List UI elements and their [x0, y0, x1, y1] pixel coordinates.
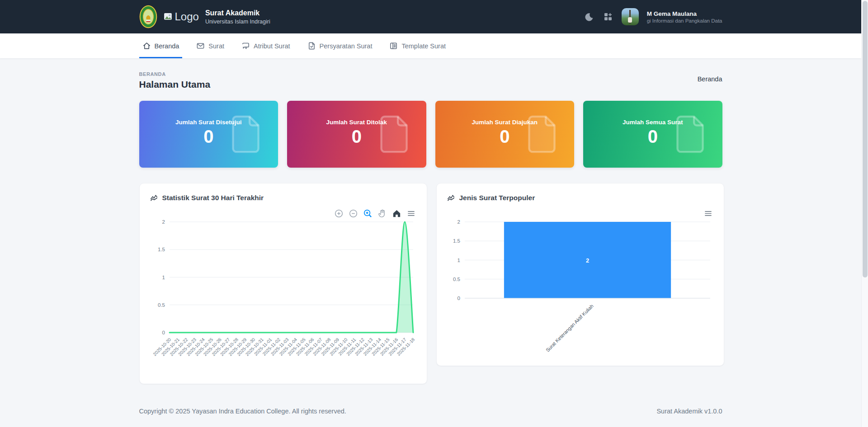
stat-card-diajukan[interactable]: Jumlah Surat Diajukan 0: [435, 101, 575, 168]
tab-beranda[interactable]: Beranda: [139, 33, 183, 58]
apex-toolbar: [703, 209, 713, 218]
svg-text:2: 2: [457, 219, 460, 225]
layout-icon: [389, 42, 398, 50]
stat-card-label: Jumlah Semua Surat: [623, 119, 683, 126]
svg-text:Surat Keterangan Aktif Kuliah: Surat Keterangan Aktif Kuliah: [544, 303, 594, 353]
tab-label: Atribut Surat: [254, 42, 290, 50]
zoom-out-icon[interactable]: [349, 209, 358, 218]
tab-label: Template Surat: [401, 42, 446, 50]
menu-icon[interactable]: [703, 209, 713, 218]
tab-surat[interactable]: Surat: [193, 33, 227, 58]
chat-tag-icon: [241, 42, 250, 50]
copyright-text: Copyright © 2025 Yayasan Indra Education…: [139, 408, 346, 415]
main-content: BERANDA Halaman Utama Beranda Jumlah Sur…: [139, 71, 722, 415]
tab-atribut-surat[interactable]: Atribut Surat: [238, 33, 293, 58]
app-header: Logo Surat Akademik Universitas Islam In…: [0, 0, 861, 33]
document-check-icon: [307, 42, 316, 50]
jenis-surat-bar-chart[interactable]: 00.511.522Surat Keterangan Aktif Kuliah: [447, 218, 714, 363]
zoom-in-icon[interactable]: [334, 209, 344, 218]
main-nav: Beranda Surat Atribut Surat: [0, 33, 861, 59]
breadcrumb[interactable]: Beranda: [698, 75, 722, 90]
chart-title: Statistik Surat 30 Hari Terakhir: [162, 194, 264, 202]
stat-card-value: 0: [203, 127, 213, 146]
version-text: Surat Akademik v1.0.0: [656, 408, 722, 415]
brand-logo-broken: Logo: [164, 10, 199, 23]
statistik-area-chart[interactable]: 00.511.522025-10-202025-10-212025-10-222…: [150, 218, 417, 374]
svg-text:0: 0: [162, 330, 165, 335]
tab-label: Beranda: [155, 42, 179, 50]
user-info[interactable]: M Gema Maulana gi Informasi dan Pangkala…: [647, 10, 722, 23]
svg-text:0.5: 0.5: [158, 302, 165, 308]
tab-label: Persyaratan Surat: [320, 42, 373, 50]
apps-menu-button[interactable]: [603, 11, 613, 22]
svg-text:2: 2: [162, 219, 165, 225]
svg-text:1: 1: [457, 258, 460, 263]
pan-icon[interactable]: [377, 209, 387, 218]
apex-toolbar: [334, 209, 416, 218]
svg-text:0.5: 0.5: [453, 277, 460, 282]
chart-title: Jenis Surat Terpopuler: [459, 194, 535, 202]
chart-card-statistik: Statistik Surat 30 Hari Terakhir: [139, 183, 427, 384]
broken-image-icon: [164, 12, 173, 22]
stat-card-semua[interactable]: Jumlah Semua Surat 0: [583, 101, 722, 168]
area-chart-icon: [150, 193, 158, 202]
user-avatar[interactable]: [622, 8, 639, 25]
university-seal-logo: [139, 5, 157, 28]
chart-card-jenis-surat: Jenis Surat Terpopuler 00.511.522Surat K…: [436, 183, 724, 366]
document-watermark-icon: [528, 115, 558, 154]
tab-template-surat[interactable]: Template Surat: [386, 33, 449, 58]
svg-text:1.5: 1.5: [158, 247, 165, 252]
stat-card-disetujui[interactable]: Jumlah Surat Disetujui 0: [139, 101, 278, 168]
area-chart-icon: [447, 193, 455, 202]
user-role: gi Informasi dan Pangkalan Data: [647, 18, 722, 23]
stat-card-value: 0: [648, 127, 658, 146]
stat-card-value: 0: [352, 127, 362, 146]
selection-zoom-icon[interactable]: [363, 209, 373, 218]
dark-mode-toggle[interactable]: [584, 11, 594, 22]
svg-text:1: 1: [162, 275, 165, 280]
home-icon: [142, 42, 151, 50]
user-name: M Gema Maulana: [647, 10, 722, 17]
brand-logo-alt-text: Logo: [175, 10, 199, 23]
moon-icon: [584, 12, 594, 22]
svg-text:1.5: 1.5: [453, 238, 460, 244]
app-title: Surat Akademik: [205, 9, 270, 18]
document-watermark-icon: [380, 115, 410, 154]
tab-persyaratan-surat[interactable]: Persyaratan Surat: [304, 33, 376, 58]
svg-text:0: 0: [457, 296, 460, 301]
document-watermark-icon: [676, 115, 706, 154]
breadcrumb-section: BERANDA: [139, 71, 211, 77]
page-footer: Copyright © 2025 Yayasan Indra Education…: [139, 408, 722, 415]
app-subtitle: Universitas Islam Indragiri: [205, 19, 270, 25]
apps-grid-icon: [604, 12, 613, 21]
stat-card-ditolak[interactable]: Jumlah Surat Ditolak 0: [287, 101, 426, 168]
page-scrollbar: [861, 0, 868, 427]
stat-card-label: Jumlah Surat Ditolak: [326, 119, 387, 126]
page-title: Halaman Utama: [139, 79, 211, 90]
tab-label: Surat: [208, 42, 224, 50]
svg-text:2: 2: [585, 257, 589, 264]
mail-icon: [196, 42, 205, 50]
brand: Logo Surat Akademik Universitas Islam In…: [139, 5, 270, 28]
stat-cards-row: Jumlah Surat Disetujui 0 Jumlah Surat Di…: [139, 101, 722, 168]
stat-card-value: 0: [500, 127, 509, 146]
home-icon[interactable]: [392, 209, 401, 218]
scrollbar-thumb[interactable]: [863, 1, 868, 277]
document-watermark-icon: [232, 115, 262, 154]
menu-icon[interactable]: [406, 209, 416, 218]
